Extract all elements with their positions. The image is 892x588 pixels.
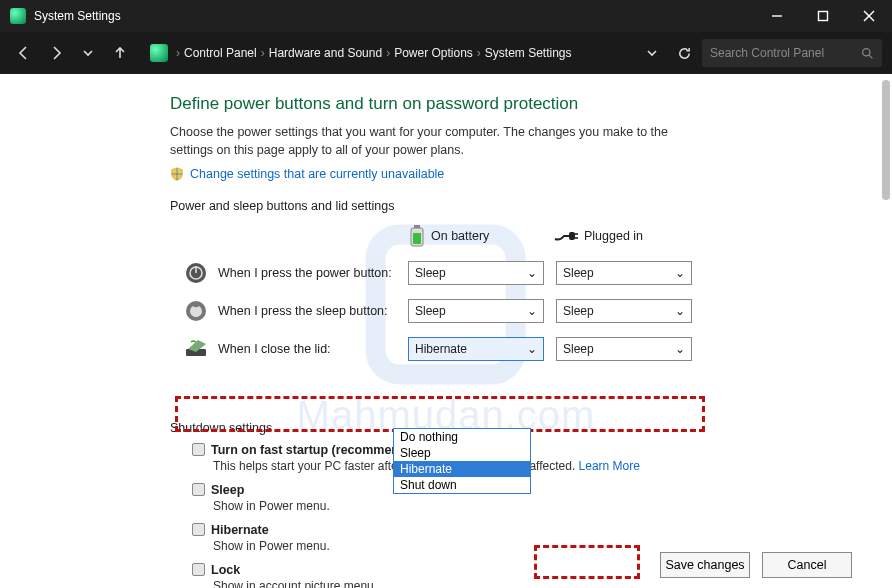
svg-line-5 [869, 55, 872, 58]
minimize-button[interactable] [754, 0, 800, 32]
crumb[interactable]: Power Options [394, 46, 473, 60]
titlebar: System Settings [0, 0, 892, 32]
crumb[interactable]: System Settings [485, 46, 572, 60]
search-icon [861, 47, 874, 60]
lid-icon [184, 337, 208, 361]
maximize-button[interactable] [800, 0, 846, 32]
address-dropdown[interactable] [638, 39, 666, 67]
lid-plugged-select[interactable]: Sleep⌄ [556, 337, 692, 361]
row-power-button: When I press the power button: Sleep⌄ Sl… [184, 261, 832, 285]
crumb[interactable]: Hardware and Sound [269, 46, 382, 60]
page-description: Choose the power settings that you want … [170, 124, 710, 159]
power-battery-select[interactable]: Sleep⌄ [408, 261, 544, 285]
checkbox[interactable] [192, 443, 205, 456]
refresh-button[interactable] [670, 39, 698, 67]
crumb[interactable]: Control Panel [184, 46, 257, 60]
search-input[interactable]: Search Control Panel [702, 39, 882, 67]
learn-more-link[interactable]: Learn More [579, 459, 640, 473]
sleep-battery-select[interactable]: Sleep⌄ [408, 299, 544, 323]
chevron-down-icon: ⌄ [675, 304, 685, 318]
save-button[interactable]: Save changes [660, 552, 750, 578]
svg-rect-1 [819, 12, 828, 21]
row-label: When I close the lid: [218, 342, 408, 356]
window-title: System Settings [34, 9, 121, 23]
chevron-down-icon: ⌄ [527, 342, 537, 356]
up-button[interactable] [106, 39, 134, 67]
power-button-icon [184, 261, 208, 285]
change-settings-link[interactable]: Change settings that are currently unava… [170, 167, 832, 181]
col-on-battery: On battery [409, 225, 554, 247]
shield-icon [170, 167, 184, 181]
row-label: When I press the power button: [218, 266, 408, 280]
sd-hibernate: Hibernate Show in Power menu. [192, 523, 832, 553]
lid-battery-select[interactable]: Hibernate⌄ [408, 337, 544, 361]
chevron-down-icon: ⌄ [527, 266, 537, 280]
checkbox[interactable] [192, 563, 205, 576]
row-sleep-button: When I press the sleep button: Sleep⌄ Sl… [184, 299, 832, 323]
lid-battery-dropdown[interactable]: Do nothing Sleep Hibernate Shut down [393, 428, 531, 494]
sleep-plugged-select[interactable]: Sleep⌄ [556, 299, 692, 323]
close-button[interactable] [846, 0, 892, 32]
app-icon [10, 8, 26, 24]
power-plugged-select[interactable]: Sleep⌄ [556, 261, 692, 285]
row-label: When I press the sleep button: [218, 304, 408, 318]
dropdown-option-selected[interactable]: Hibernate [394, 461, 530, 477]
scrollbar[interactable] [882, 80, 890, 200]
dropdown-option[interactable]: Sleep [394, 445, 530, 461]
back-button[interactable] [10, 39, 38, 67]
battery-icon [409, 225, 425, 247]
checkbox[interactable] [192, 523, 205, 536]
address-icon [150, 44, 168, 62]
sleep-button-icon [184, 299, 208, 323]
search-placeholder: Search Control Panel [710, 46, 824, 60]
cancel-button[interactable]: Cancel [762, 552, 852, 578]
row-close-lid: When I close the lid: Hibernate⌄ Sleep⌄ [184, 337, 832, 361]
recent-button[interactable] [74, 39, 102, 67]
address-bar[interactable]: › Control Panel› Hardware and Sound› Pow… [150, 44, 622, 62]
section-label: Power and sleep buttons and lid settings [170, 199, 832, 213]
svg-rect-9 [569, 232, 575, 240]
chevron-down-icon: ⌄ [527, 304, 537, 318]
plug-icon [554, 229, 578, 243]
svg-point-4 [863, 48, 870, 55]
checkbox[interactable] [192, 483, 205, 496]
chevron-down-icon: ⌄ [675, 342, 685, 356]
dropdown-option[interactable]: Shut down [394, 477, 530, 493]
page-title: Define power buttons and turn on passwor… [170, 94, 832, 114]
dropdown-option[interactable]: Do nothing [394, 429, 530, 445]
chevron-down-icon: ⌄ [675, 266, 685, 280]
navbar: › Control Panel› Hardware and Sound› Pow… [0, 32, 892, 74]
svg-rect-8 [413, 233, 421, 244]
change-settings-text: Change settings that are currently unava… [190, 167, 444, 181]
col-plugged-in: Plugged in [554, 225, 704, 247]
forward-button[interactable] [42, 39, 70, 67]
